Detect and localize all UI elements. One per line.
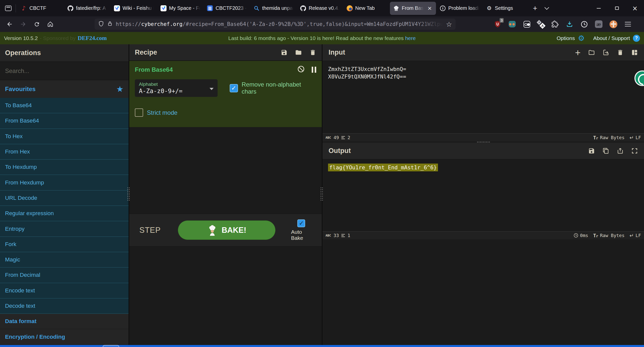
ops-recipe-drag-grip[interactable] <box>127 187 130 201</box>
output-footer: ABC 33 1 0ms Tr Raw Bytes ↵ LF <box>323 231 644 239</box>
disable-operation-icon[interactable] <box>297 65 305 74</box>
bake-label: BAKE! <box>222 226 246 235</box>
step-button[interactable]: STEP <box>139 226 161 235</box>
firefox-icon <box>346 5 353 11</box>
copy-output-icon[interactable] <box>602 147 609 154</box>
operation-item[interactable]: Encode text <box>0 283 129 298</box>
forward-button[interactable] <box>18 19 29 29</box>
operation-item[interactable]: To Base64 <box>0 98 129 113</box>
checkbox-checked-icon[interactable]: ✓ <box>230 84 238 92</box>
tab-newtab[interactable]: New Tab <box>343 2 389 15</box>
favourites-star-icon[interactable]: ★ <box>116 84 124 94</box>
category-data-format[interactable]: Data format <box>0 314 129 329</box>
menu-hamburger-icon[interactable] <box>624 20 632 28</box>
favourites-header[interactable]: Favourites ★ <box>0 80 129 98</box>
save-output-icon[interactable] <box>588 147 595 154</box>
new-tab-button[interactable]: + <box>529 3 541 14</box>
maximize-button[interactable] <box>608 0 626 16</box>
recipe-operation-card[interactable]: From Base64 Alphabet A-Za-z0-9+/= ✓ Remo… <box>129 61 322 127</box>
close-button[interactable]: × <box>626 0 644 16</box>
recipe-io-drag-grip[interactable] <box>320 187 323 201</box>
url-scheme: https:// <box>116 21 141 27</box>
minimize-button[interactable] <box>590 0 608 16</box>
output-eol-selector[interactable]: ↵ LF <box>630 233 641 239</box>
extensions-puzzle-icon[interactable] <box>551 20 559 28</box>
tab-list-dropdown-button[interactable] <box>541 3 552 14</box>
operation-item[interactable]: Magic <box>0 252 129 267</box>
monkey-extension-icon[interactable] <box>508 20 516 28</box>
open-folder-icon[interactable] <box>588 49 595 56</box>
operation-item[interactable]: Decode text <box>0 298 129 314</box>
bookmark-star-icon[interactable]: ☆ <box>446 20 452 28</box>
tab-close-icon[interactable]: × <box>426 5 433 12</box>
category-encryption[interactable]: Encryption / Encoding <box>0 329 129 344</box>
search-input[interactable] <box>5 67 124 74</box>
io-splitter[interactable] <box>323 141 644 143</box>
bake-time: 0ms <box>574 233 588 238</box>
open-file-icon[interactable] <box>602 49 609 56</box>
lock-icon[interactable] <box>107 21 113 27</box>
operations-search[interactable] <box>0 62 129 80</box>
downloads-icon[interactable] <box>565 20 574 28</box>
history-clock-icon[interactable] <box>580 20 588 28</box>
url-text[interactable]: https://cyberchef.org/#recipe=From_Base6… <box>116 21 443 27</box>
operation-item[interactable]: URL Decode <box>0 190 129 206</box>
tab-problem-loading[interactable]: Problem loadin <box>436 2 482 15</box>
input-encoding-selector[interactable]: Tr Raw Bytes <box>593 135 624 140</box>
tab-from-base64-active[interactable]: From Base64 × <box>390 2 436 15</box>
save-recipe-icon[interactable] <box>281 49 288 56</box>
tab-settings[interactable]: ⚙ Settings <box>483 2 529 15</box>
auto-bake-checkbox[interactable]: ✓ <box>297 219 305 227</box>
operation-item[interactable]: To Hexdump <box>0 160 129 175</box>
ublock-origin-icon[interactable]: 3 <box>493 20 502 28</box>
tab-release[interactable]: Release v0.4.0 <box>297 2 343 15</box>
containers-extension-icon[interactable] <box>522 20 531 28</box>
reload-button[interactable] <box>31 19 42 29</box>
output-area[interactable]: flag{YOu1re_fr0nt_End_mAst1r_6^6} <box>323 159 644 231</box>
tab-themida-search[interactable]: themida unpac <box>250 2 296 15</box>
input-textarea[interactable]: ZmxhZ3tZT3UxcmVfZnIwbnQ= X0VuZF9tQXN0MXJ… <box>323 61 644 133</box>
input-eol-selector[interactable]: ↵ LF <box>630 135 641 141</box>
firefox-view-button[interactable] <box>3 3 14 14</box>
load-recipe-folder-icon[interactable] <box>295 49 302 56</box>
remove-non-alphabet-option[interactable]: ✓ Remove non-alphabet chars <box>230 81 316 95</box>
pane-layout-icon[interactable] <box>631 49 638 56</box>
splitter-grip-icon[interactable] <box>477 141 490 143</box>
operation-item[interactable]: From Decimal <box>0 267 129 283</box>
tab-cbctf2023[interactable]: CBCTF2023 - N <box>204 2 250 15</box>
translate-extension-icon[interactable]: ? A <box>537 20 545 28</box>
clear-recipe-trash-icon[interactable] <box>309 49 316 56</box>
taskbar-app-button[interactable] <box>103 345 119 347</box>
operation-item[interactable]: To Hex <box>0 129 129 144</box>
tab-frp[interactable]: fatedier/frp: A <box>64 2 110 15</box>
shield-icon[interactable] <box>98 21 104 28</box>
auto-bake-control[interactable]: ✓ Auto Bake <box>291 219 312 241</box>
ae-extension-icon[interactable]: æ <box>594 20 603 28</box>
tab-wiki-feishu[interactable]: Wiki - Feishu D <box>111 2 157 15</box>
add-input-tab-icon[interactable]: + <box>575 48 581 57</box>
new-features-link[interactable]: here <box>405 35 416 41</box>
checkbox-unchecked-icon[interactable] <box>135 108 143 117</box>
info-icon <box>439 5 446 11</box>
alphabet-dropdown[interactable]: Alphabet A-Za-z0-9+/= <box>135 79 218 97</box>
back-button[interactable] <box>4 19 15 29</box>
operation-item[interactable]: From Hex <box>0 144 129 160</box>
operation-item[interactable]: Regular expression <box>0 206 129 221</box>
operation-item[interactable]: Entropy <box>0 221 129 237</box>
operation-item[interactable]: From Hexdump <box>0 175 129 190</box>
account-avatar[interactable] <box>609 20 618 28</box>
home-button[interactable] <box>45 19 56 29</box>
operation-item[interactable]: Fork <box>0 237 129 252</box>
maximize-output-icon[interactable] <box>631 147 638 154</box>
operation-item[interactable]: From Base64 <box>0 113 129 129</box>
url-bar[interactable]: https://cyberchef.org/#recipe=From_Base6… <box>95 19 456 30</box>
clear-io-trash-icon[interactable] <box>617 49 624 56</box>
tab-cbctf[interactable]: ♪ CBCTF <box>18 2 64 15</box>
strict-mode-option[interactable]: Strict mode <box>135 108 316 117</box>
open-output-in-tab-icon[interactable] <box>617 147 624 154</box>
breakpoint-pause-icon[interactable] <box>312 67 316 73</box>
output-encoding-value: Raw Bytes <box>600 233 625 238</box>
output-encoding-selector[interactable]: Tr Raw Bytes <box>593 233 624 238</box>
tab-myspace-feishu[interactable]: My Space - Fei <box>157 2 203 15</box>
bake-button[interactable]: BAKE! <box>178 220 275 240</box>
